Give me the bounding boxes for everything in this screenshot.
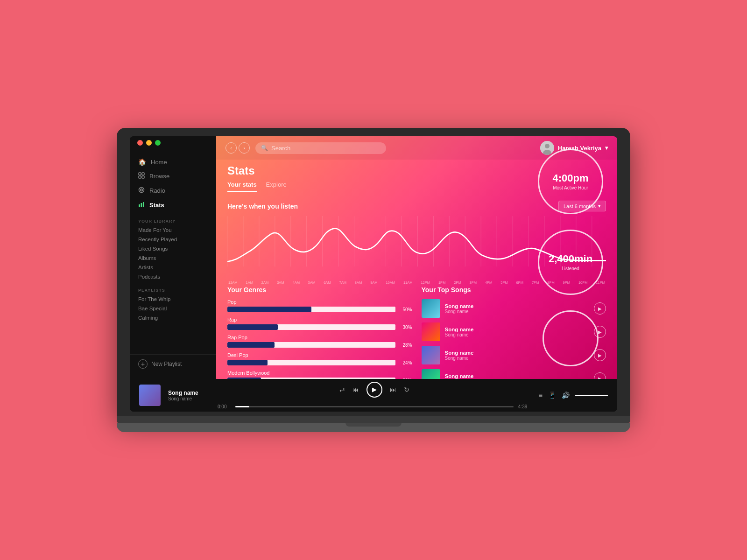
nav-arrows: ‹ ›	[226, 142, 250, 154]
sidebar-link-recently-played[interactable]: Recently Played	[130, 235, 216, 244]
genre-row-pop: Pop 50%	[227, 299, 412, 312]
player-song-artist: Song name	[168, 396, 210, 401]
genres-title: Your Genres	[227, 286, 412, 294]
repeat-button[interactable]: ↻	[404, 386, 409, 393]
svg-rect-3	[142, 176, 144, 178]
sidebar-link-for-the-whip[interactable]: For The Whip	[130, 294, 216, 304]
sidebar-item-browse[interactable]: Browse	[130, 169, 216, 183]
song-thumbnail	[422, 299, 440, 318]
sidebar: 🏠 Home Browse	[130, 136, 216, 379]
volume-slider[interactable]	[575, 395, 608, 396]
sidebar-link-artists[interactable]: Artists	[130, 263, 216, 272]
sidebar-item-home[interactable]: 🏠 Home	[130, 155, 216, 169]
tab-your-stats[interactable]: Your stats	[227, 181, 257, 192]
most-active-hour-value: 4:00pm	[552, 173, 588, 184]
browse-icon	[138, 172, 145, 180]
stat-circles: 4:00pm Most Active Hour 2,400min Listene…	[533, 136, 608, 379]
sidebar-item-radio[interactable]: Radio	[130, 183, 216, 198]
svg-rect-7	[141, 203, 142, 207]
genre-row-rap-pop: Rap Pop 28%	[227, 335, 412, 348]
library-section-title: YOUR LIBRARY	[130, 212, 216, 225]
song-thumbnail	[422, 322, 440, 341]
forward-button[interactable]: ›	[239, 142, 250, 154]
genre-row-rap: Rap 30%	[227, 317, 412, 330]
volume-icon[interactable]: 🔊	[562, 392, 570, 399]
player-controls: ⇄ ⏮ ▶ ⏭ ↻ 0:00 4:39	[218, 382, 531, 409]
total-time: 4:39	[518, 404, 531, 409]
sidebar-link-podcasts[interactable]: Podcasts	[130, 272, 216, 281]
svg-rect-6	[139, 204, 140, 207]
close-button[interactable]	[137, 140, 143, 146]
svg-rect-2	[139, 176, 141, 178]
back-button[interactable]: ‹	[226, 142, 237, 154]
sidebar-link-bae-special[interactable]: Bae Special	[130, 304, 216, 313]
stats-icon	[138, 201, 145, 209]
listen-section-title: Here's when you listen	[227, 203, 298, 210]
home-icon: 🏠	[138, 158, 146, 166]
maximize-button[interactable]	[155, 140, 161, 146]
sidebar-link-calming[interactable]: Calming	[130, 313, 216, 322]
most-active-hour-circle: 4:00pm Most Active Hour	[538, 149, 603, 214]
listened-value: 2,400min	[549, 253, 592, 265]
search-icon: 🔍	[261, 145, 268, 151]
queue-icon[interactable]: ≡	[539, 392, 543, 399]
new-playlist-button[interactable]: + New Playlist	[130, 354, 216, 373]
svg-rect-1	[142, 173, 144, 175]
minimize-button[interactable]	[146, 140, 152, 146]
song-thumbnail	[422, 369, 440, 379]
next-button[interactable]: ⏭	[390, 386, 396, 393]
song-thumbnail	[422, 346, 440, 364]
svg-rect-8	[143, 202, 144, 207]
playlists-section-title: PLAYLISTS	[130, 281, 216, 294]
current-time: 0:00	[218, 404, 231, 409]
sidebar-link-made-for-you[interactable]: Made For You	[130, 225, 216, 235]
genre-row-modern-bollywood: Modern Bollywood 20%	[227, 370, 412, 379]
listened-label: Listened	[562, 266, 579, 271]
prev-button[interactable]: ⏮	[352, 386, 359, 393]
player-bar: Song name Song name ⇄ ⏮ ▶ ⏭ ↻ 0:00	[130, 379, 617, 412]
progress-bar[interactable]	[235, 406, 514, 407]
tab-explore[interactable]: Explore	[266, 181, 287, 192]
sidebar-link-liked-songs[interactable]: Liked Songs	[130, 244, 216, 253]
svg-rect-0	[139, 173, 141, 175]
sidebar-link-albums[interactable]: Albums	[130, 253, 216, 263]
genre-row-desi-pop: Desi Pop 24%	[227, 352, 412, 365]
player-song-name: Song name	[168, 390, 210, 396]
search-input[interactable]	[271, 145, 381, 152]
third-circle	[543, 310, 599, 366]
play-pause-button[interactable]: ▶	[366, 382, 382, 398]
player-right-controls: ≡ 📱 🔊	[539, 392, 608, 399]
most-active-hour-label: Most Active Hour	[553, 185, 588, 190]
sidebar-item-stats[interactable]: Stats	[130, 198, 216, 212]
radio-icon	[138, 187, 145, 195]
listened-min-circle: 2,400min Listened	[538, 230, 603, 295]
devices-icon[interactable]: 📱	[548, 392, 556, 399]
main-content: ‹ › 🔍	[216, 136, 617, 379]
search-bar: 🔍	[255, 142, 386, 154]
player-thumbnail	[139, 385, 161, 406]
genres-section: Your Genres Pop 50%	[227, 286, 412, 379]
shuffle-button[interactable]: ⇄	[339, 386, 345, 393]
plus-icon: +	[138, 359, 148, 369]
